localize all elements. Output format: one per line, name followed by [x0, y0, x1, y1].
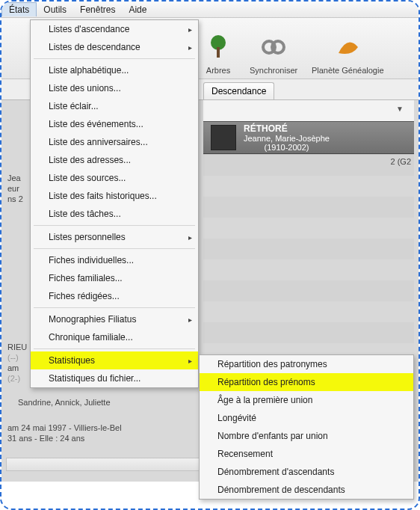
left-frag-2: eur: [7, 184, 19, 193]
smi-recensement[interactable]: Recensement: [200, 445, 413, 463]
person-surname: RÉTHORÉ: [244, 123, 330, 134]
chevron-down-icon[interactable]: ▼: [396, 105, 404, 113]
left-line4: (2-): [7, 374, 20, 383]
mi-fiches-ind[interactable]: Fiches individuelles...: [31, 251, 198, 269]
leaf-icon: [330, 30, 365, 64]
mi-fiches-red[interactable]: Fiches rédigées...: [31, 287, 198, 305]
menu-fenetres[interactable]: Fenêtres: [73, 3, 122, 16]
menu-dropdown-etats: Listes d'ascendance Listes de descendanc…: [30, 19, 199, 388]
mi-statistiques[interactable]: Statistiques: [31, 351, 198, 369]
app-window: États Outils Fenêtres Aide Arbres Synchr…: [0, 0, 420, 510]
menu-aide[interactable]: Aide: [122, 3, 153, 16]
smi-prenoms[interactable]: Répartition des prénoms: [200, 373, 413, 391]
person-text: RÉTHORÉ Jeanne, Marie-Josèphe (1910-2002…: [244, 123, 330, 152]
footer-line-2: 31 ans - Elle : 24 ans: [7, 434, 84, 443]
footer-line-1: am 24 mai 1997 - Villiers-le-Bel: [7, 423, 122, 432]
left-line1: RIEU: [7, 342, 27, 351]
smi-patronymes[interactable]: Répartition des patronymes: [200, 355, 413, 373]
mi-monographies[interactable]: Monographies Filiatus: [31, 310, 198, 328]
smi-enfants[interactable]: Nombre d'enfants par union: [200, 427, 413, 445]
mi-stat-fichier[interactable]: Statistiques du fichier...: [31, 369, 198, 387]
svg-rect-1: [217, 47, 220, 58]
left-frag-1: Jea: [7, 173, 21, 182]
mi-alphabetique[interactable]: Liste alphabétique...: [31, 61, 198, 79]
person-row[interactable]: RÉTHORÉ Jeanne, Marie-Josèphe (1910-2002…: [203, 121, 414, 154]
submenu-statistiques: Répartition des patronymes Répartition d…: [199, 354, 414, 500]
tab-descendance[interactable]: Descendance: [203, 82, 274, 99]
mi-fiches-fam[interactable]: Fiches familiales...: [31, 269, 198, 287]
menu-etats[interactable]: États: [1, 2, 37, 16]
sync-icon: [256, 30, 291, 64]
toolbar-synchroniser-label: Synchroniser: [250, 66, 297, 75]
left-line3: am: [7, 363, 19, 372]
toolbar-arbres[interactable]: Arbres: [196, 22, 241, 75]
mi-ascendance[interactable]: Listes d'ascendance: [31, 20, 198, 38]
mi-descendance[interactable]: Listes de descendance: [31, 38, 198, 56]
generation-badge: 2 (G2: [390, 157, 411, 166]
separator: [34, 248, 195, 249]
smi-longevite[interactable]: Longévité: [200, 409, 413, 427]
smi-denom-asc[interactable]: Dénombrement d'ascendants: [200, 463, 413, 481]
separator: [34, 348, 195, 349]
mi-adresses[interactable]: Liste des adresses...: [31, 151, 198, 169]
menu-outils[interactable]: Outils: [37, 3, 73, 16]
mi-anniversaires[interactable]: Liste des anniversaires...: [31, 133, 198, 151]
mi-evenements[interactable]: Liste des événements...: [31, 115, 198, 133]
mi-faits[interactable]: Liste des faits historiques...: [31, 187, 198, 205]
left-line2: (--): [7, 353, 19, 362]
person-photo: [211, 125, 236, 150]
mi-sources[interactable]: Liste des sources...: [31, 169, 198, 187]
mi-unions[interactable]: Liste des unions...: [31, 79, 198, 97]
names-line: Sandrine, Annick, Juliette: [18, 398, 111, 407]
toolbar-synchroniser[interactable]: Synchroniser: [250, 22, 297, 75]
person-given: Jeanne, Marie-Josèphe: [244, 134, 330, 143]
mi-chronique[interactable]: Chronique familiale...: [31, 328, 198, 346]
menu-bar[interactable]: États Outils Fenêtres Aide: [1, 1, 419, 18]
separator: [34, 225, 195, 226]
smi-age-union[interactable]: Âge à la première union: [200, 391, 413, 409]
toolbar-planete-label: Planète Généalogie: [312, 66, 384, 75]
separator: [34, 307, 195, 308]
tree-icon: [201, 30, 235, 64]
left-frag-3: ns 2: [7, 194, 23, 203]
toolbar-planete[interactable]: Planète Généalogie: [306, 22, 389, 75]
separator: [34, 58, 195, 59]
smi-denom-desc[interactable]: Dénombrement de descendants: [200, 481, 413, 499]
mi-eclair[interactable]: Liste éclair...: [31, 97, 198, 115]
person-dates: (1910-2002): [265, 143, 309, 152]
mi-personnelles[interactable]: Listes personnelles: [31, 228, 198, 246]
toolbar-arbres-label: Arbres: [206, 66, 230, 75]
content-header: ▼: [203, 100, 414, 121]
mi-taches[interactable]: Liste des tâches...: [31, 205, 198, 223]
